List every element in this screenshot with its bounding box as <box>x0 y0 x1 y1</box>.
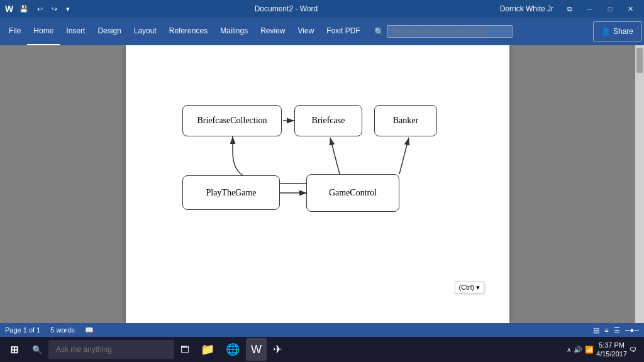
page-count: Page 1 of 1 <box>5 326 40 334</box>
arrow-gc-to-banker <box>399 138 409 174</box>
title-bar-left: W 💾 ↩ ↪ ▾ <box>5 4 72 14</box>
view-web-icon[interactable]: ≡ <box>604 326 608 334</box>
scrollbar-thumb[interactable] <box>636 48 643 73</box>
spellcheck-icon: 📖 <box>85 326 94 334</box>
node-briefcase-collection: BriefcaseCollection <box>182 105 282 136</box>
tab-foxit[interactable]: Foxit PDF <box>320 18 366 45</box>
paste-options[interactable]: (Ctrl) ▾ <box>455 282 485 293</box>
node-banker: Banker <box>374 105 437 136</box>
tab-layout[interactable]: Layout <box>128 18 163 45</box>
share-button[interactable]: 👤 Share <box>593 21 641 41</box>
qat-customize[interactable]: ▾ <box>64 4 72 14</box>
taskbar-search-input[interactable] <box>48 340 174 359</box>
qat-undo[interactable]: ↩ <box>35 4 45 14</box>
title-bar: W 💾 ↩ ↪ ▾ Document2 - Word Derrick White… <box>0 0 644 18</box>
document-page: BriefcaseCollection Briefcase Banker Pla… <box>126 45 509 323</box>
user-name: Derrick White Jr <box>500 4 553 13</box>
ribbon-search-area: 🔍 <box>374 18 593 45</box>
tab-review[interactable]: Review <box>254 18 291 45</box>
taskbar-right: ∧ 🔊 📶 5:37 PM 4/15/2017 🗨 <box>567 341 641 359</box>
notification-icon[interactable]: 🗨 <box>630 346 636 353</box>
view-outline-icon[interactable]: ☰ <box>614 326 620 334</box>
taskbar-app-other[interactable]: ✈ <box>268 338 287 361</box>
arrow-gc-to-brief <box>330 138 340 174</box>
window-close-btn[interactable]: ✕ <box>621 0 639 18</box>
ribbon-search-input[interactable] <box>387 25 513 38</box>
ribbon: File Home Insert Design Layout Reference… <box>0 18 644 45</box>
tab-design[interactable]: Design <box>91 18 127 45</box>
taskbar-app-edge[interactable]: 🌐 <box>221 338 245 361</box>
search-taskbar-icon[interactable]: 🔍 <box>27 338 47 361</box>
node-play-the-game: PlayTheGame <box>182 175 280 210</box>
status-bar: Page 1 of 1 5 words 📖 ▤ ≡ ☰ ─●─ <box>0 323 644 337</box>
window-restore-btn[interactable]: ⧉ <box>561 0 579 18</box>
vertical-scrollbar[interactable] <box>635 45 644 323</box>
chevron-icon[interactable]: ∧ <box>567 346 571 353</box>
node-game-control: GameControl <box>306 174 399 212</box>
window-minimize-btn[interactable]: ─ <box>581 0 599 18</box>
taskbar-app-word[interactable]: W <box>246 338 267 361</box>
node-briefcase: Briefcase <box>294 105 362 136</box>
diagram-container: BriefcaseCollection Briefcase Banker Pla… <box>164 80 472 262</box>
tab-home[interactable]: Home <box>27 18 60 45</box>
search-icon: 🔍 <box>374 27 384 36</box>
zoom-slider[interactable]: ─●─ <box>625 326 639 334</box>
qat-redo[interactable]: ↪ <box>49 4 60 14</box>
taskbar-app-explorer[interactable]: 📁 <box>196 338 219 361</box>
qat-save[interactable]: 💾 <box>17 4 31 14</box>
person-icon: 👤 <box>601 27 611 36</box>
tab-file[interactable]: File <box>3 18 27 45</box>
task-view-btn[interactable]: 🗔 <box>175 338 194 361</box>
taskbar-clock[interactable]: 5:37 PM 4/15/2017 <box>596 341 627 359</box>
start-button[interactable]: ⊞ <box>3 338 26 361</box>
speaker-icon[interactable]: 🔊 <box>574 346 582 354</box>
document-area: BriefcaseCollection Briefcase Banker Pla… <box>0 45 644 323</box>
title-bar-right: Derrick White Jr ⧉ ─ □ ✕ <box>500 0 639 18</box>
word-count: 5 words <box>50 326 75 334</box>
tab-mailings[interactable]: Mailings <box>214 18 254 45</box>
word-app-icon: W <box>5 4 13 14</box>
tab-insert[interactable]: Insert <box>60 18 91 45</box>
taskbar: ⊞ 🔍 🗔 📁 🌐 W ✈ ∧ 🔊 📶 5:37 PM 4/15/2017 🗨 <box>0 337 644 362</box>
title-bar-title: Document2 - Word <box>72 4 499 13</box>
window-maximize-btn[interactable]: □ <box>601 0 619 18</box>
tab-view[interactable]: View <box>292 18 321 45</box>
tab-references[interactable]: References <box>163 18 214 45</box>
network-icon[interactable]: 📶 <box>585 346 594 354</box>
view-print-icon[interactable]: ▤ <box>593 326 599 334</box>
status-right: ▤ ≡ ☰ ─●─ <box>593 326 639 334</box>
